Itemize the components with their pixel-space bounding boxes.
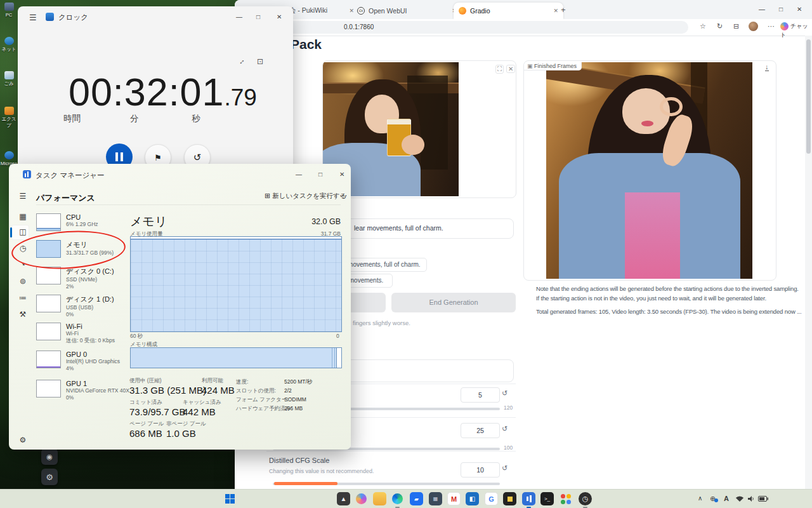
tray-chevron-icon[interactable]: ∧ xyxy=(698,495,702,502)
page-scrollbar[interactable] xyxy=(805,36,812,489)
profile-avatar[interactable] xyxy=(749,22,758,32)
tray-network-globe-icon[interactable]: ⊕ xyxy=(710,495,716,503)
new-task-icon: ⊞ xyxy=(265,192,270,199)
taskbar-gmail-icon[interactable]: M xyxy=(447,492,461,505)
page-title: Pack xyxy=(291,37,322,52)
taskbar-colorful-grid-icon[interactable] xyxy=(559,492,572,505)
taskbar-file-explorer-icon[interactable] xyxy=(373,492,386,505)
desktop-icon-explorer[interactable]: エクスプ xyxy=(0,107,18,129)
scrollbar-thumb[interactable] xyxy=(806,39,811,154)
cfg-number-input[interactable]: 10 xyxy=(461,462,500,478)
slider-number-input[interactable]: 25 xyxy=(461,423,500,438)
perf-item-gpu0[interactable]: GPU 0Intel(R) UHD Graphics4% xyxy=(36,351,131,371)
tab-close-icon[interactable]: ✕ xyxy=(553,8,558,14)
reset-icon[interactable]: ↺ xyxy=(502,389,508,398)
desktop-app-icon-dark[interactable]: ◉ xyxy=(41,448,58,465)
memory-usage-fill xyxy=(131,239,341,331)
slider-number-input[interactable]: 5 xyxy=(461,387,500,403)
note-line: Note that the ending actions will be gen… xyxy=(536,285,799,292)
taskbar-task-manager-icon[interactable] xyxy=(522,492,535,505)
network-icon xyxy=(4,37,14,45)
start-button[interactable] xyxy=(223,492,237,505)
wifi-graph-thumbnail xyxy=(36,323,61,340)
tm-settings-gear-icon[interactable]: ⚙ xyxy=(15,436,30,444)
perf-item-gpu1[interactable]: GPU 1NVIDIA GeForce RTX 40X0% xyxy=(36,380,131,401)
favorites-star-icon[interactable]: ☆ xyxy=(700,22,706,30)
tm-nav-processes-icon[interactable]: ▦ xyxy=(15,212,30,221)
note-line: If the starting action is not in the vid… xyxy=(536,295,766,302)
paged-pool-label: ページ プール xyxy=(129,420,164,428)
cached-label: キャッシュ済み xyxy=(183,399,221,406)
taskbar-blue-app-icon[interactable]: ◧ xyxy=(466,492,479,505)
screen: PC ネット ごみ エクスプ Microso ◉ ⚙ 私的AI研究会 - Puk… xyxy=(0,0,812,508)
clock-maximize-icon[interactable]: □ xyxy=(256,13,260,22)
perf-item-wifi[interactable]: Wi-FiWi-Fi送信: 0 受信: 0 Kbps xyxy=(36,323,131,344)
taskbar-terminal-icon[interactable]: >_ xyxy=(540,492,554,505)
end-generation-button[interactable]: End Generation xyxy=(391,293,516,312)
copilot-icon xyxy=(780,22,789,30)
taskbar-google-icon[interactable]: G xyxy=(485,492,498,505)
collections-icon[interactable]: ⊟ xyxy=(733,22,739,30)
speaker-icon[interactable] xyxy=(747,495,755,504)
expand-icon[interactable]: ↕ xyxy=(238,57,247,66)
tm-nav-menu-icon[interactable]: ☰ xyxy=(15,192,30,201)
clock-close-icon[interactable]: ✕ xyxy=(277,13,282,22)
image-clear-icon[interactable]: ✕ xyxy=(506,65,515,73)
perf-item-disk1[interactable]: ディスク 1 (D:)USB (USB)0% xyxy=(36,295,131,318)
available-value: 424 MB xyxy=(202,385,235,396)
memory-usage-graph xyxy=(130,236,342,332)
tm-minimize-icon[interactable]: — xyxy=(296,170,302,179)
run-new-task-button[interactable]: ⊞ 新しいタスクを実行する xyxy=(265,192,347,201)
finished-frames-label: ▣ Finished Frames xyxy=(524,62,582,70)
clock-minimize-icon[interactable]: — xyxy=(236,13,242,22)
download-icon[interactable]: ↓ xyxy=(765,64,769,71)
tab-open-webui[interactable]: OI Open WebUI ✕ xyxy=(352,4,462,18)
taskbar-copilot-icon[interactable] xyxy=(355,492,368,505)
browser-maximize-icon[interactable]: □ xyxy=(779,5,783,14)
quick-prompt-chip[interactable]: r movements, full of charm. xyxy=(338,258,427,272)
tm-nav-services-icon[interactable]: ⚒ xyxy=(15,310,30,319)
tab-gradio[interactable]: Gradio ✕ xyxy=(454,3,563,19)
taskbar-edge-icon[interactable] xyxy=(391,492,404,505)
image-fullscreen-icon[interactable]: ⛶ xyxy=(495,65,504,74)
desktop-icon-recycle-bin[interactable]: ごみ xyxy=(0,71,18,87)
disk1-graph-thumbnail xyxy=(36,295,61,312)
hamburger-menu-icon[interactable]: ☰ xyxy=(29,13,37,22)
gear-icon: ⚙ xyxy=(46,472,53,482)
timeline-left-label: 60 秒 xyxy=(130,333,143,340)
reset-icon[interactable]: ↺ xyxy=(502,464,508,472)
address-bar[interactable]: 0.0.1:7860 xyxy=(282,21,688,34)
tm-nav-users-icon[interactable]: ⊚ xyxy=(15,277,30,286)
ime-mode-indicator[interactable]: A xyxy=(724,495,729,502)
more-menu-icon[interactable]: ⋯ xyxy=(768,22,775,30)
sync-icon[interactable]: ↻ xyxy=(717,22,723,30)
form-factor-value: SODIMM xyxy=(284,396,306,403)
prompt-textbox[interactable]: lear movements, full of charm. xyxy=(343,218,514,239)
taskbar-calculator-icon[interactable]: ▦ xyxy=(429,492,442,505)
taskbar-clock-app-icon[interactable]: ◷ xyxy=(579,492,592,505)
wifi-icon[interactable] xyxy=(735,495,744,504)
desktop-settings-icon[interactable]: ⚙ xyxy=(41,469,58,485)
picture-in-picture-icon[interactable]: ⊡ xyxy=(257,57,263,66)
tm-maximize-icon[interactable]: □ xyxy=(318,170,322,179)
cached-value: 442 MB xyxy=(183,406,216,417)
perf-item-cpu[interactable]: CPU6% 1.29 GHz xyxy=(36,213,131,231)
tm-close-icon[interactable]: ✕ xyxy=(339,170,344,179)
tm-more-menu-icon[interactable]: ⋯ xyxy=(339,191,347,200)
memory-composition-bar xyxy=(130,347,342,368)
desktop-icon-pc[interactable]: PC xyxy=(0,3,18,18)
browser-minimize-icon[interactable]: — xyxy=(759,5,765,14)
battery-icon[interactable] xyxy=(758,496,768,503)
cfg-scale-description: Changing this value is not recommended. xyxy=(269,468,374,474)
new-tab-icon[interactable]: + xyxy=(561,5,566,15)
taskbar-photos-icon[interactable]: ▲ xyxy=(337,492,350,505)
game-controller-icon: ◉ xyxy=(46,453,53,461)
taskbar-dark-app-icon[interactable] xyxy=(503,492,516,505)
reset-icon[interactable]: ↺ xyxy=(502,425,508,433)
tm-nav-performance-icon[interactable]: ◫ xyxy=(15,227,30,236)
browser-close-icon[interactable]: ✕ xyxy=(797,5,802,14)
taskbar-store-icon[interactable]: ▰ xyxy=(410,492,423,505)
tm-nav-details-icon[interactable]: ≔ xyxy=(15,293,30,302)
perf-item-disk0[interactable]: ディスク 0 (C:)SSD (NVMe)2% xyxy=(36,267,131,290)
desktop-icon-network[interactable]: ネット xyxy=(0,37,18,53)
